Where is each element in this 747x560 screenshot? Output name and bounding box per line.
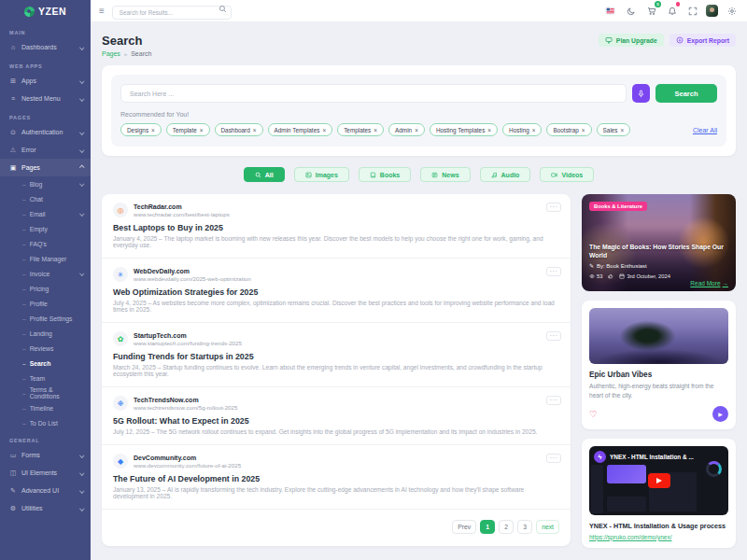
remove-tag-icon[interactable]: × — [532, 127, 536, 133]
language-flag-icon[interactable] — [603, 4, 617, 18]
settings-gear-icon[interactable] — [725, 4, 739, 18]
remove-tag-icon[interactable]: × — [253, 127, 257, 133]
pagination-next-button[interactable]: next — [536, 520, 559, 534]
tag-designs[interactable]: Designs× — [120, 123, 162, 136]
sidebar-item-apps[interactable]: ⊞ Apps — [0, 72, 91, 90]
more-options-icon[interactable]: ··· — [546, 203, 561, 212]
pagination-page-2[interactable]: 2 — [499, 520, 514, 534]
site-url[interactable]: www.startuptech.com/funding-trends-2025 — [134, 340, 242, 346]
sidebar-item-timeline[interactable]: Timeline — [0, 400, 91, 415]
sidebar-item-utilities[interactable]: ⚙ Utilities — [0, 499, 91, 517]
sidebar-item-advanced-ui[interactable]: ✎ Advanced UI — [0, 482, 91, 499]
clear-all-link[interactable]: Clear All — [693, 127, 717, 133]
notifications-bell-icon[interactable] — [665, 4, 679, 18]
sidebar-item-empty[interactable]: Empty — [0, 221, 91, 236]
site-name[interactable]: DevCommunity.com — [134, 455, 241, 461]
filter-news-button[interactable]: News — [420, 167, 470, 182]
pagination-prev-button[interactable]: Prev — [452, 520, 476, 534]
site-url[interactable]: www.techtrendsnow.com/5g-rollout-2025 — [134, 404, 237, 411]
play-audio-button[interactable]: ▶ — [712, 406, 728, 422]
pagination-page-1[interactable]: 1 — [480, 520, 495, 534]
sidebar-item-blog[interactable]: Blog — [0, 176, 91, 191]
hamburger-menu-icon[interactable]: ≡ — [99, 7, 105, 16]
tag-hosting[interactable]: Hosting× — [502, 123, 542, 136]
more-options-icon[interactable]: ··· — [546, 267, 561, 276]
pagination-page-3[interactable]: 3 — [517, 520, 532, 534]
site-url[interactable]: www.webdevdaily.com/2025-web-optimizatio… — [134, 275, 251, 282]
more-options-icon[interactable]: ··· — [546, 396, 561, 405]
export-report-button[interactable]: Export Report — [669, 34, 736, 47]
result-title-link[interactable]: The Future of AI Development in 2025 — [113, 474, 559, 483]
sidebar-item-profile-settings[interactable]: Profile Settings — [0, 311, 91, 326]
sidebar-item-email[interactable]: Email — [0, 206, 91, 221]
site-name[interactable]: WebDevDaily.com — [134, 268, 251, 274]
video-thumbnail[interactable]: ϟ YNEX - HTML Installation & ... — [589, 446, 728, 515]
sidebar-item-pricing[interactable]: Pricing — [0, 281, 91, 296]
video-link[interactable]: https://spruko.com/demo/ynex/ — [589, 534, 728, 540]
remove-tag-icon[interactable]: × — [374, 127, 377, 133]
brand[interactable]: YZEN — [0, 0, 91, 22]
read-more-link[interactable]: Read More → — [690, 280, 728, 287]
sidebar-item-terms[interactable]: Terms & Conditions — [0, 385, 91, 400]
thumbs-up-icon[interactable] — [608, 273, 613, 279]
tag-hosting-templates[interactable]: Hosting Templates× — [430, 123, 498, 136]
cart-icon[interactable]: 5 — [644, 4, 658, 18]
result-title-link[interactable]: 5G Rollout: What to Expect in 2025 — [113, 416, 559, 426]
site-name[interactable]: TechTrendsNow.com — [134, 397, 237, 403]
sidebar-item-todo-list[interactable]: To Do List — [0, 415, 91, 430]
tag-sales[interactable]: Sales× — [597, 123, 631, 136]
user-avatar[interactable] — [706, 5, 718, 17]
filter-audio-button[interactable]: Audio — [480, 167, 531, 182]
tag-admin-templates[interactable]: Admin Templates× — [268, 123, 333, 136]
tag-admin[interactable]: Admin× — [388, 123, 425, 136]
breadcrumb-pages-link[interactable]: Pages — [102, 50, 120, 57]
filter-images-button[interactable]: Images — [294, 167, 349, 182]
remove-tag-icon[interactable]: × — [415, 127, 418, 133]
site-url[interactable]: www.devcommunity.com/future-of-ai-2025 — [134, 462, 241, 469]
tag-template[interactable]: Template× — [166, 123, 210, 136]
site-name[interactable]: TechRadar.com — [134, 203, 230, 210]
sidebar-item-team[interactable]: Team — [0, 371, 91, 385]
result-title-link[interactable]: Best Laptops to Buy in 2025 — [113, 223, 559, 232]
tag-templates[interactable]: Templates× — [337, 123, 384, 136]
favorite-heart-icon[interactable]: ♡ — [589, 410, 598, 419]
dark-mode-moon-icon[interactable] — [624, 4, 638, 18]
filter-videos-button[interactable]: Videos — [540, 167, 594, 182]
sidebar-item-error[interactable]: ⚠ Error — [0, 141, 91, 159]
tag-bootstrap[interactable]: Bootstrap× — [546, 123, 591, 136]
site-name[interactable]: StartupTech.com — [134, 332, 242, 339]
site-url[interactable]: www.techradar.com/best/best-laptops — [134, 211, 230, 217]
sidebar-item-dashboards[interactable]: ⌂ Dashboards — [0, 38, 91, 56]
filter-books-button[interactable]: Books — [359, 167, 411, 182]
remove-tag-icon[interactable]: × — [582, 127, 585, 133]
sidebar-item-faqs[interactable]: FAQ's — [0, 236, 91, 251]
topbar-search-input[interactable] — [112, 6, 232, 20]
sidebar-item-profile[interactable]: Profile — [0, 296, 91, 311]
sidebar-item-nested-menu[interactable]: ≡ Nested Menu — [0, 90, 91, 107]
sidebar-item-invoice[interactable]: Invoice — [0, 266, 91, 281]
youtube-play-button[interactable] — [648, 473, 670, 488]
remove-tag-icon[interactable]: × — [322, 127, 326, 133]
search-input[interactable] — [120, 84, 627, 103]
remove-tag-icon[interactable]: × — [621, 127, 625, 133]
featured-article-card[interactable]: Books & Literature The Magic of Books: H… — [582, 194, 736, 291]
sidebar-item-reviews[interactable]: Reviews — [0, 341, 91, 356]
sidebar-item-authentication[interactable]: ⊙ Authentication — [0, 123, 91, 141]
sidebar-item-search[interactable]: Search — [0, 356, 91, 371]
filter-all-button[interactable]: All — [244, 167, 285, 182]
sidebar-item-ui-elements[interactable]: ◫ UI Elements — [0, 464, 91, 482]
tag-dashboard[interactable]: Dashboard× — [215, 123, 263, 136]
more-options-icon[interactable]: ··· — [546, 454, 561, 463]
sidebar-item-landing[interactable]: Landing — [0, 326, 91, 341]
remove-tag-icon[interactable]: × — [200, 127, 204, 133]
search-button[interactable]: Search — [655, 84, 717, 103]
plan-upgrade-button[interactable]: Plan Upgrade — [599, 34, 664, 47]
remove-tag-icon[interactable]: × — [487, 127, 491, 133]
result-title-link[interactable]: Web Optimization Strategies for 2025 — [113, 287, 559, 297]
remove-tag-icon[interactable]: × — [151, 127, 155, 133]
sidebar-item-pages[interactable]: ▣ Pages — [0, 159, 91, 176]
sidebar-item-forms[interactable]: ▭ Forms — [0, 446, 91, 464]
voice-search-button[interactable] — [632, 84, 650, 103]
more-options-icon[interactable]: ··· — [546, 331, 561, 341]
sidebar-item-chat[interactable]: Chat — [0, 191, 91, 206]
